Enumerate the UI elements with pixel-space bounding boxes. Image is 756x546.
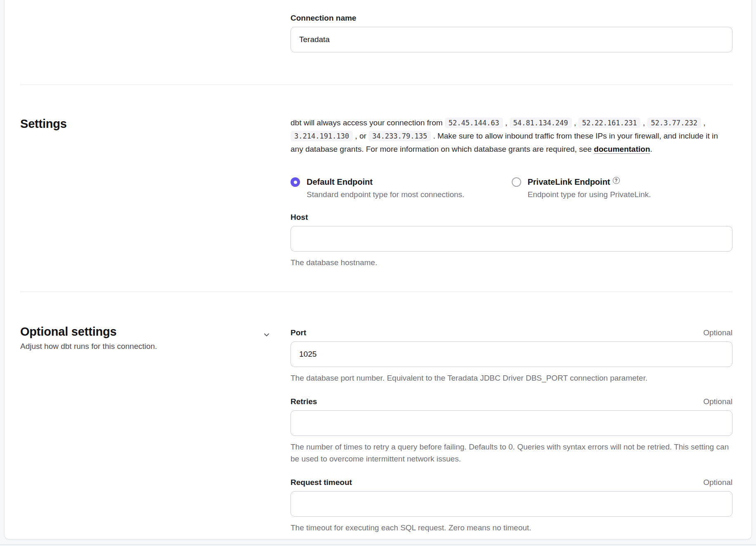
connection-name-input[interactable]	[291, 27, 732, 52]
retries-input[interactable]	[291, 410, 732, 436]
ip-address-chip: 3.214.191.130	[291, 131, 353, 141]
settings-heading: Settings	[20, 116, 274, 131]
connection-settings-card: Connection name Settings dbt will always…	[4, 0, 752, 539]
ip-address-chip: 54.81.134.249	[510, 118, 572, 128]
host-label: Host	[291, 212, 308, 223]
request-timeout-helper-text: The timeout for executing each SQL reque…	[291, 522, 732, 534]
collapse-optional-settings-button[interactable]	[259, 327, 274, 342]
connection-name-field: Connection name	[291, 13, 732, 52]
retries-helper-text: The number of times to retry a query bef…	[291, 441, 732, 465]
port-field: Port Optional The database port number. …	[291, 327, 732, 384]
privatelink-endpoint-label: PrivateLink Endpoint	[528, 177, 610, 186]
request-timeout-field: Request timeout Optional The timeout for…	[291, 477, 732, 534]
documentation-link[interactable]: documentation	[594, 145, 650, 153]
port-optional-badge: Optional	[703, 327, 732, 338]
retries-optional-badge: Optional	[703, 396, 732, 407]
ip-address-chip: 52.22.161.231	[578, 118, 640, 128]
port-label: Port	[291, 327, 306, 338]
optional-settings-section: Optional settings Adjust how dbt runs fo…	[20, 292, 732, 539]
help-icon[interactable]: ?	[613, 177, 620, 184]
privatelink-endpoint-radio[interactable]: PrivateLink Endpoint? Endpoint type for …	[512, 176, 733, 200]
ip-allowlist-notice: dbt will always access your connection f…	[291, 116, 732, 155]
port-input[interactable]	[291, 341, 732, 367]
port-helper-text: The database port number. Equivalent to …	[291, 372, 732, 384]
endpoint-type-radio-group: Default Endpoint Standard endpoint type …	[291, 176, 732, 200]
default-endpoint-radio[interactable]: Default Endpoint Standard endpoint type …	[291, 176, 512, 200]
host-input[interactable]	[291, 226, 732, 252]
default-endpoint-description: Standard endpoint type for most connecti…	[307, 188, 464, 200]
optional-settings-subheading: Adjust how dbt runs for this connection.	[20, 341, 157, 352]
connection-name-section: Connection name	[20, 0, 732, 85]
ip-address-chip: 52.3.77.232	[647, 118, 701, 128]
radio-circle-icon[interactable]	[512, 177, 521, 187]
ip-address-chip: 52.45.144.63	[445, 118, 503, 128]
retries-field: Retries Optional The number of times to …	[291, 396, 732, 465]
retries-label: Retries	[291, 396, 317, 407]
privatelink-endpoint-description: Endpoint type for using PrivateLink.	[528, 188, 651, 200]
default-endpoint-label: Default Endpoint	[307, 177, 373, 186]
host-field: Host The database hostname.	[291, 212, 732, 268]
request-timeout-label: Request timeout	[291, 477, 352, 488]
request-timeout-optional-badge: Optional	[703, 477, 732, 488]
host-helper-text: The database hostname.	[291, 257, 732, 268]
ip-address-chip: 34.233.79.135	[369, 131, 431, 141]
request-timeout-input[interactable]	[291, 491, 732, 517]
chevron-down-icon	[262, 331, 271, 339]
connection-name-label: Connection name	[291, 13, 356, 24]
radio-circle-icon[interactable]	[291, 177, 300, 187]
optional-settings-heading: Optional settings	[20, 324, 157, 339]
settings-section: Settings dbt will always access your con…	[20, 85, 732, 292]
